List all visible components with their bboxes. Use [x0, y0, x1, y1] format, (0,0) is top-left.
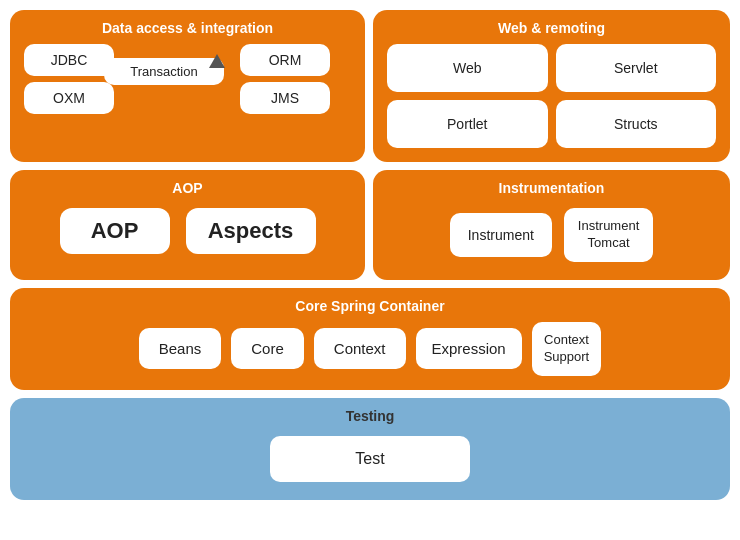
instrument-inner: Instrument InstrumentTomcat — [387, 204, 716, 266]
oxm-pill: OXM — [24, 82, 114, 114]
testing-inner: Test — [24, 432, 716, 486]
test-pill: Test — [270, 436, 470, 482]
portlet-pill: Portlet — [387, 100, 548, 148]
triangle-icon — [209, 54, 225, 68]
instrumentation-box: Instrumentation Instrument InstrumentTom… — [373, 170, 730, 280]
row1: Data access & integration JDBC ORM Trans… — [10, 10, 730, 162]
web-remoting-box: Web & remoting Web Servlet Portlet Struc… — [373, 10, 730, 162]
aspects-pill: Aspects — [186, 208, 316, 254]
main-container: Data access & integration JDBC ORM Trans… — [10, 10, 730, 500]
web-pill: Web — [387, 44, 548, 92]
web-grid: Web Servlet Portlet Structs — [387, 44, 716, 148]
core-pill: Core — [231, 328, 304, 369]
instrument-pill: Instrument — [450, 213, 552, 257]
beans-pill: Beans — [139, 328, 222, 369]
aop-box: AOP AOP Aspects — [10, 170, 365, 280]
expression-pill: Expression — [416, 328, 522, 369]
servlet-pill: Servlet — [556, 44, 717, 92]
testing-box: Testing Test — [10, 398, 730, 500]
jdbc-pill: JDBC — [24, 44, 114, 76]
core-spring-box: Core Spring Container Beans Core Context… — [10, 288, 730, 390]
data-access-row2: OXM JMS — [24, 82, 351, 114]
aop-inner: AOP Aspects — [24, 204, 351, 258]
core-spring-title: Core Spring Container — [24, 298, 716, 314]
testing-title: Testing — [24, 408, 716, 424]
context-pill: Context — [314, 328, 406, 369]
orm-pill: ORM — [240, 44, 330, 76]
aop-pill: AOP — [60, 208, 170, 254]
row2: AOP AOP Aspects Instrumentation Instrume… — [10, 170, 730, 280]
transaction-pill: Transaction — [104, 58, 224, 85]
row3: Core Spring Container Beans Core Context… — [10, 288, 730, 390]
instrument-tomcat-pill: InstrumentTomcat — [564, 208, 653, 262]
structs-pill: Structs — [556, 100, 717, 148]
row4: Testing Test — [10, 398, 730, 500]
web-remoting-title: Web & remoting — [387, 20, 716, 36]
core-spring-inner: Beans Core Context Expression ContextSup… — [24, 322, 716, 376]
context-support-pill: ContextSupport — [532, 322, 602, 376]
instrumentation-title: Instrumentation — [387, 180, 716, 196]
data-access-box: Data access & integration JDBC ORM Trans… — [10, 10, 365, 162]
jms-pill: JMS — [240, 82, 330, 114]
data-access-title: Data access & integration — [24, 20, 351, 36]
aop-title: AOP — [24, 180, 351, 196]
